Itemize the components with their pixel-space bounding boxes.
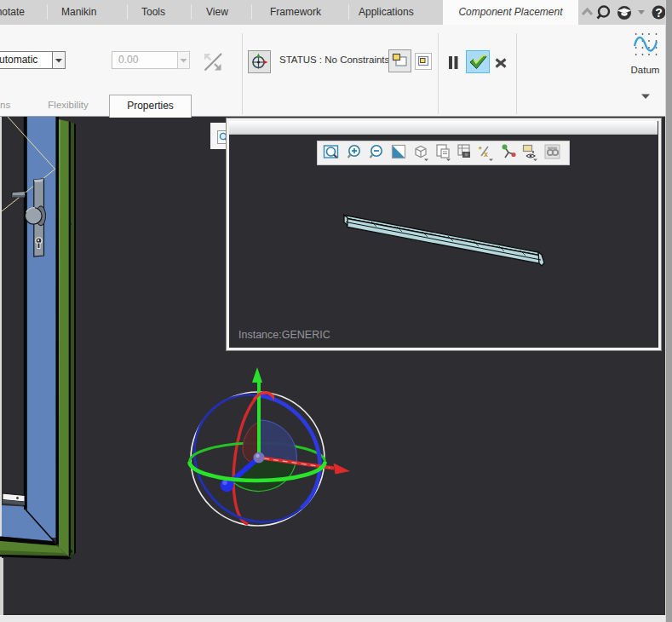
svg-text:*: * [479, 145, 482, 153]
svg-text:?: ? [655, 6, 663, 20]
